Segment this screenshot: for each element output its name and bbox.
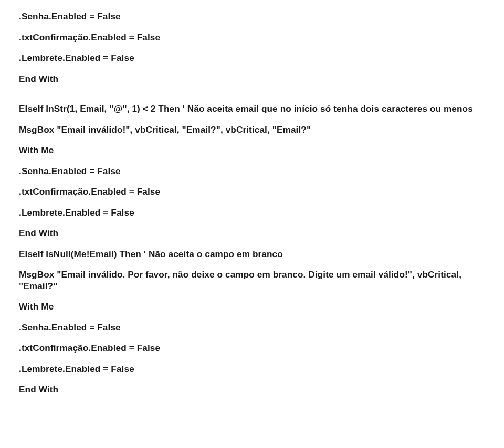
code-line: End With: [19, 379, 485, 400]
code-line: .Lembrete.Enabled = False: [19, 202, 485, 223]
code-line: End With: [19, 223, 485, 244]
document-page: .Senha.Enabled = False .txtConfirmação.E…: [0, 0, 504, 416]
code-line: MsgBox "Email inválido!", vbCritical, "E…: [19, 120, 485, 141]
code-line: .Senha.Enabled = False: [19, 6, 485, 27]
code-line: With Me: [19, 140, 485, 161]
blank-line: [19, 89, 485, 99]
code-line: .Lembrete.Enabled = False: [19, 359, 485, 380]
code-line: ElseIf IsNull(Me!Email) Then ' Não aceit…: [19, 244, 485, 265]
code-line: .txtConfirmação.Enabled = False: [19, 27, 485, 48]
code-line: .Lembrete.Enabled = False: [19, 48, 485, 69]
code-line: With Me: [19, 296, 485, 317]
code-line: End With: [19, 69, 485, 90]
code-line: ElseIf InStr(1, Email, "@", 1) < 2 Then …: [19, 99, 485, 120]
code-line: .Senha.Enabled = False: [19, 317, 485, 338]
code-line: .txtConfirmação.Enabled = False: [19, 182, 485, 202]
code-line: .Senha.Enabled = False: [19, 161, 485, 182]
code-line: MsgBox "Email inválido. Por favor, não d…: [19, 264, 485, 296]
code-line: .txtConfirmação.Enabled = False: [19, 338, 485, 359]
